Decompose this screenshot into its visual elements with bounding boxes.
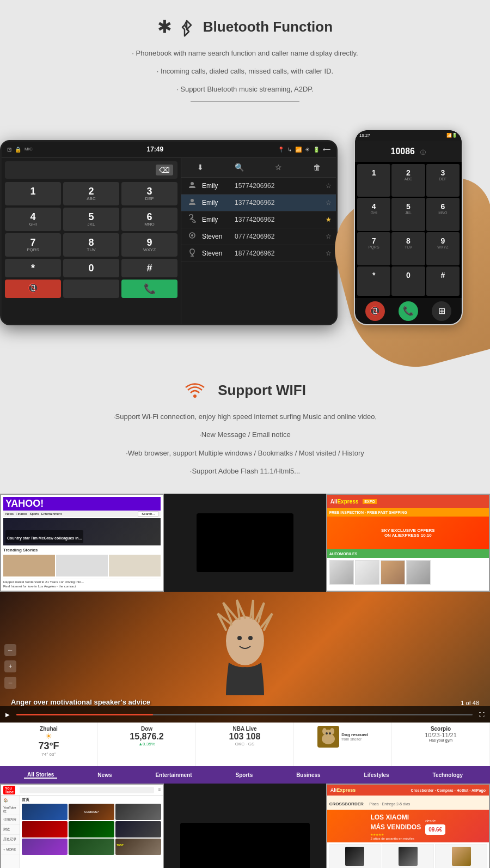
phone-call-button[interactable]: 📞 [399,301,418,321]
dial-btn-1[interactable]: 1 [5,182,61,205]
phone-key-3[interactable]: 3DEF [426,164,460,197]
ticker-city-5: Scorpio [431,726,451,732]
fullscreen-icon[interactable]: ⛶ [479,712,485,718]
play-icon[interactable]: ▶ [5,712,10,718]
dial-btn-2[interactable]: 2ABC [63,182,119,205]
phone-grid-button[interactable]: ⊞ [432,301,451,321]
end-call-button[interactable]: 📵 [5,280,61,298]
dial-btn-9[interactable]: 9WXYZ [121,233,177,257]
yahoo-search-box[interactable]: Search... [138,511,158,517]
dial-btn-hash[interactable]: # [121,259,177,277]
yt-thumb-1[interactable] [22,804,68,820]
ali-product-2[interactable] [355,560,379,585]
yt-more[interactable]: + MORE [1,845,20,854]
yt-home[interactable]: 🏠 [1,796,20,805]
yt-subs[interactable]: 订阅内容 [1,815,20,825]
ali2-product-2[interactable] [382,844,434,868]
ali2-product-1[interactable] [329,844,381,868]
ali-product-3[interactable] [381,560,405,585]
yt-thumb-6[interactable] [115,821,161,837]
ali2-product-3[interactable] [435,844,487,868]
nav-technology[interactable]: Technology [430,772,466,778]
ali-product-4[interactable] [406,560,431,585]
yahoo-nav-item[interactable]: Sports [29,512,39,515]
dial-btn-4[interactable]: 4GHI [5,208,61,231]
aliexpress-screenshot-top: AliExpress EXPO FREE INSPECTION · FREE F… [326,494,490,592]
yt-menu-icon[interactable]: ≡ [158,787,161,792]
yt-thumb-9[interactable]: TEST [115,839,161,855]
yt-thumb-4[interactable] [22,821,68,837]
yt-thumb-3[interactable] [115,804,161,820]
yahoo-nav-item[interactable]: News [5,512,14,515]
progress-bar[interactable] [16,714,473,715]
vol-nav-button[interactable]: + [4,660,16,672]
nav-entertainment[interactable]: Entertainment [152,772,195,778]
yahoo-hero: Country star Tim McGraw colleagues in... [3,518,161,545]
phone-key-2[interactable]: 2ABC [391,164,425,197]
yahoo-story-2[interactable] [56,555,108,576]
contact-type-icon-5 [186,248,199,259]
phone-status-bar: 19:27 📶🔋 [355,130,462,141]
dial-btn-7[interactable]: 7PQRS [5,233,61,257]
phone-screen: 19:27 📶🔋 10086 ⓘ 1 2ABC 3DEF 4GHI 5JKL 6… [355,130,462,324]
back-nav-button[interactable]: ← [4,644,16,656]
contact-type-icon-1 [186,180,199,191]
yahoo-story-3[interactable] [109,555,161,576]
vol-down-button[interactable]: – [4,677,16,689]
nav-lifestyles[interactable]: Lifestyles [361,772,393,778]
star-icon[interactable]: ☆ [275,163,282,172]
yt-logo: YouTube [3,786,15,794]
search-icon[interactable]: 🔍 [235,163,244,172]
ticker-nba: NBA Live 103 108 OKC · GS [196,723,294,766]
nav-all-stories[interactable]: All Stories [24,772,57,779]
ali2-header: AliExpress Crossborder · Compras · Hotli… [327,785,489,796]
yt-thumb-2[interactable]: CURIOUS? [69,804,114,820]
dial-btn-8[interactable]: 8TUV [63,233,119,257]
call-button[interactable]: 📞 [121,280,177,298]
nav-business[interactable]: Business [293,772,323,778]
yahoo-story-text-1: Rapper Daniel Sentenced to 21 Years For … [3,579,161,584]
yahoo-nav-item[interactable]: Finance [16,512,27,515]
yt-history[interactable]: 历史记录 [1,835,20,845]
phone-key-9[interactable]: 9WXYZ [426,232,460,265]
yt-sidebar: 🏠 YouTube红 订阅内容 浏览 历史记录 + MORE [1,796,20,868]
sun-icon-ticker: ☀ [45,732,52,740]
dial-btn-star[interactable]: * [5,259,61,277]
phone-key-1[interactable]: 1 [357,164,390,197]
ticker-dog-text: Dog rescued from shelter [341,732,367,741]
yt-search-bar[interactable] [20,787,154,793]
phone-key-5[interactable]: 5JKL [391,198,425,231]
dial-btn-5[interactable]: 5JKL [63,208,119,231]
bt-desc-2: · Incoming calls, dialed calls, missed c… [11,65,479,77]
phone-key-7[interactable]: 7PQRS [357,232,390,265]
phone-key-8[interactable]: 8TUV [391,232,425,265]
download-icon[interactable]: ⬇ [197,163,204,172]
yt-thumb-5[interactable] [69,821,114,837]
phone-device: 19:27 📶🔋 10086 ⓘ 1 2ABC 3DEF 4GHI 5JKL 6… [294,118,490,347]
ticker-scorpio: Scorpio 10/23-11/21 Has your gym [392,723,490,766]
bt-desc: · Phonebook with name search function an… [11,47,479,96]
yahoo-story-1[interactable] [3,555,55,576]
dial-btn-3[interactable]: 3DEF [121,182,177,205]
yt-red[interactable]: YouTube红 [1,805,20,815]
wifi-icon [184,380,211,402]
phone-key-star[interactable]: * [357,266,390,296]
phone-key-0[interactable]: 0 [391,266,425,296]
contact-name-4: Steven [202,233,235,240]
yt-browse[interactable]: 浏览 [1,825,20,835]
dial-btn-6[interactable]: 6MNO [121,208,177,231]
ali2-price-badge: 09.6€ [425,824,445,835]
yt-thumb-7[interactable] [22,839,68,855]
yahoo-nav-item[interactable]: Entertainment [41,512,62,515]
nav-news[interactable]: News [94,772,115,778]
phone-key-6[interactable]: 6MNO [426,198,460,231]
dial-btn-0[interactable]: 0 [63,259,119,277]
middle-dark-area [164,494,326,592]
ali-product-1[interactable] [329,560,354,585]
phone-key-hash[interactable]: # [426,266,460,296]
phone-key-4[interactable]: 4GHI [357,198,390,231]
backspace-button[interactable]: ⌫ [156,165,173,175]
nav-sports[interactable]: Sports [232,772,256,778]
phone-end-button[interactable]: 📵 [365,301,385,321]
yt-thumb-8[interactable] [69,839,114,855]
